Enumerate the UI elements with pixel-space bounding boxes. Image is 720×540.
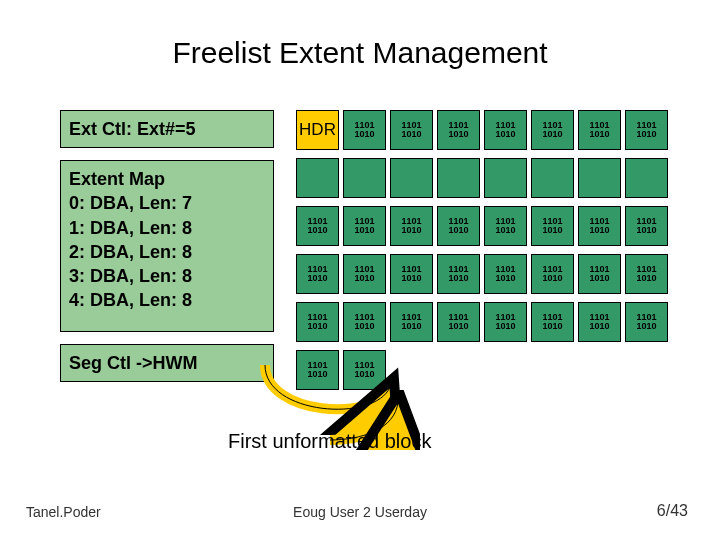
footer-event: Eoug User 2 Userday (0, 504, 720, 520)
bitmap-cell: 11011010 (531, 302, 574, 342)
blank-cell (437, 158, 480, 198)
bitmap-cell: 11011010 (484, 110, 527, 150)
bitmap-cell: 11011010 (343, 254, 386, 294)
block-grid: HDR1101101011011010110110101101101011011… (296, 110, 678, 398)
grid-row: 1101101011011010110110101101101011011010… (296, 302, 678, 342)
bitmap-cell: 11011010 (484, 302, 527, 342)
bitmap-cell: 11011010 (296, 206, 339, 246)
grid-row: 1101101011011010110110101101101011011010… (296, 206, 678, 246)
bitmap-cell: 11011010 (531, 254, 574, 294)
bitmap-cell: 11011010 (578, 302, 621, 342)
bitmap-cell: 11011010 (484, 206, 527, 246)
bitmap-cell: 11011010 (578, 206, 621, 246)
extent-map-row: 0: DBA, Len: 7 (69, 191, 265, 215)
extent-map-row: 4: DBA, Len: 8 (69, 288, 265, 312)
blank-cell (578, 158, 621, 198)
extent-map-row: 1: DBA, Len: 8 (69, 216, 265, 240)
bitmap-cell: 11011010 (343, 110, 386, 150)
bitmap-cell: 11011010 (531, 110, 574, 150)
bitmap-cell: 11011010 (296, 302, 339, 342)
seg-ctl-text: Seg Ctl ->HWM (69, 351, 198, 375)
bitmap-cell: 11011010 (625, 110, 668, 150)
blank-cell (390, 158, 433, 198)
bitmap-cell: 11011010 (484, 254, 527, 294)
extent-map-title: Extent Map (69, 167, 265, 191)
extent-map-row: 3: DBA, Len: 8 (69, 264, 265, 288)
bitmap-cell: 11011010 (390, 206, 433, 246)
bitmap-cell: 11011010 (578, 110, 621, 150)
bitmap-cell: 11011010 (390, 254, 433, 294)
grid-row: HDR1101101011011010110110101101101011011… (296, 110, 678, 150)
hdr-cell: HDR (296, 110, 339, 150)
extent-map-row: 2: DBA, Len: 8 (69, 240, 265, 264)
seg-ctl-box: Seg Ctl ->HWM (60, 344, 274, 382)
grid-row: 1101101011011010 (296, 350, 678, 390)
blank-cell (343, 158, 386, 198)
bitmap-cell: 11011010 (437, 110, 480, 150)
bitmap-cell: 11011010 (437, 254, 480, 294)
blank-cell (625, 158, 668, 198)
bitmap-cell: 11011010 (625, 302, 668, 342)
extent-map-box: Extent Map 0: DBA, Len: 7 1: DBA, Len: 8… (60, 160, 274, 332)
blank-cell (531, 158, 574, 198)
ext-ctl-box: Ext Ctl: Ext#=5 (60, 110, 274, 148)
blank-cell (484, 158, 527, 198)
bitmap-cell: 11011010 (296, 350, 339, 390)
bitmap-cell: 11011010 (343, 206, 386, 246)
unformatted-caption: First unformatted block (228, 430, 431, 453)
slide-title: Freelist Extent Management (0, 36, 720, 70)
bitmap-cell: 11011010 (437, 206, 480, 246)
bitmap-cell: 11011010 (578, 254, 621, 294)
bitmap-cell: 11011010 (390, 110, 433, 150)
bitmap-cell: 11011010 (296, 254, 339, 294)
bitmap-cell: 11011010 (343, 302, 386, 342)
bitmap-cell: 11011010 (531, 206, 574, 246)
footer-pager: 6/43 (657, 502, 688, 520)
bitmap-cell: 11011010 (437, 302, 480, 342)
blank-cell (296, 158, 339, 198)
bitmap-cell: 11011010 (625, 254, 668, 294)
grid-row: 1101101011011010110110101101101011011010… (296, 254, 678, 294)
bitmap-cell: 11011010 (390, 302, 433, 342)
bitmap-cell: 11011010 (625, 206, 668, 246)
bitmap-cell: 11011010 (343, 350, 386, 390)
grid-row (296, 158, 678, 198)
ext-ctl-text: Ext Ctl: Ext#=5 (69, 117, 196, 141)
